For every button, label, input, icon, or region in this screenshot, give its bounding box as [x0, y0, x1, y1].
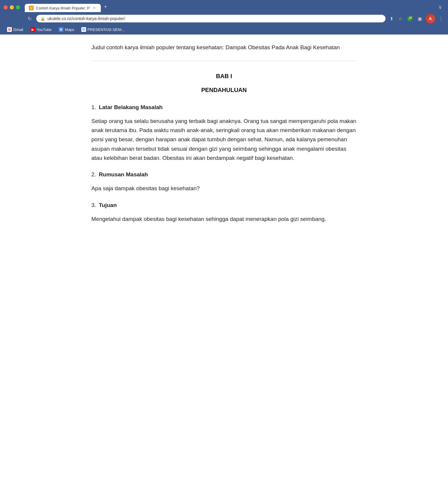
reload-button[interactable]: ↻ [26, 15, 33, 23]
minimize-window-button[interactable] [10, 5, 14, 9]
chapter-title: BAB I [91, 73, 357, 80]
address-input[interactable] [47, 16, 381, 21]
menu-button[interactable]: ⋮ [437, 15, 444, 23]
window-controls [4, 5, 20, 9]
page-content: Judul contoh karya ilmiah populer tentan… [77, 35, 371, 244]
section-2-paragraph: Apa saja dampak obesitas bagi kesehatan? [91, 184, 357, 193]
bookmarks-bar: M Gmail ▶ YouTube M Maps G PRESENTASI SE… [0, 25, 448, 35]
page-subtitle: Judul contoh karya ilmiah populer tentan… [91, 43, 357, 52]
bookmark-button[interactable]: ☆ [397, 15, 403, 23]
avatar[interactable]: A [426, 14, 435, 23]
new-tab-button[interactable]: + [101, 2, 110, 12]
section-2-heading: 2. Rumusan Masalah [91, 171, 357, 178]
section-1-num: 1. [91, 104, 96, 110]
bookmark-presentasi[interactable]: G PRESENTASI SENI... [78, 26, 128, 33]
bookmark-maps[interactable]: M Maps [56, 26, 77, 33]
youtube-favicon: ▶ [30, 27, 35, 32]
section-2-label: Rumusan Masalah [99, 171, 148, 178]
browser-chrome: U Contoh Karya Ilmiah Populer; P × + ∨ ←… [0, 0, 448, 35]
tab-more-button[interactable]: ∨ [436, 3, 444, 12]
section-3-heading: 3. Tujuan [91, 202, 357, 208]
section-2-num: 2. [91, 171, 96, 178]
bookmark-presentasi-label: PRESENTASI SENI... [88, 27, 125, 32]
address-actions: ⬆ ☆ 🧩 ▣ A ⋮ [388, 14, 444, 23]
address-bar: ← → ↻ 🔒 ⬆ ☆ 🧩 ▣ A ⋮ [0, 12, 448, 25]
tab-favicon: U [29, 6, 34, 10]
split-view-button[interactable]: ▣ [416, 15, 423, 23]
bookmark-gmail[interactable]: M Gmail [4, 26, 26, 33]
section-3-label: Tujuan [99, 202, 117, 208]
tab-close-button[interactable]: × [92, 6, 97, 10]
section-3-paragraph: Mengetahui dampak obesitas bagi kesehata… [91, 214, 357, 224]
bookmark-maps-label: Maps [65, 27, 74, 32]
share-button[interactable]: ⬆ [388, 15, 395, 23]
gmail-favicon: M [7, 27, 12, 32]
active-tab[interactable]: U Contoh Karya Ilmiah Populer; P × [25, 4, 101, 12]
back-button[interactable]: ← [4, 15, 12, 22]
bookmark-gmail-label: Gmail [13, 27, 23, 32]
maximize-window-button[interactable] [16, 5, 20, 9]
google-favicon: G [81, 27, 86, 32]
section-1-label: Latar Belakang Masalah [99, 104, 162, 110]
section-1-heading: 1. Latar Belakang Masalah [91, 104, 357, 111]
bookmark-youtube-label: YouTube [37, 27, 52, 32]
title-bar: U Contoh Karya Ilmiah Populer; P × + ∨ [0, 0, 448, 12]
tab-bar: U Contoh Karya Ilmiah Populer; P × + ∨ [25, 2, 444, 12]
chapter-subtitle: PENDAHULUAN [91, 87, 357, 93]
section-1-paragraph: Setiap orang tua selalu berusaha yang te… [91, 116, 357, 163]
tab-title: Contoh Karya Ilmiah Populer; P [36, 6, 90, 10]
lock-icon: 🔒 [40, 17, 45, 21]
forward-button[interactable]: → [15, 15, 23, 22]
section-3-num: 3. [91, 202, 96, 208]
bookmark-youtube[interactable]: ▶ YouTube [27, 26, 55, 33]
maps-favicon: M [59, 27, 63, 32]
section-divider [91, 61, 357, 61]
address-input-wrap: 🔒 [36, 15, 386, 22]
close-window-button[interactable] [4, 5, 8, 9]
extensions-button[interactable]: 🧩 [406, 15, 414, 23]
